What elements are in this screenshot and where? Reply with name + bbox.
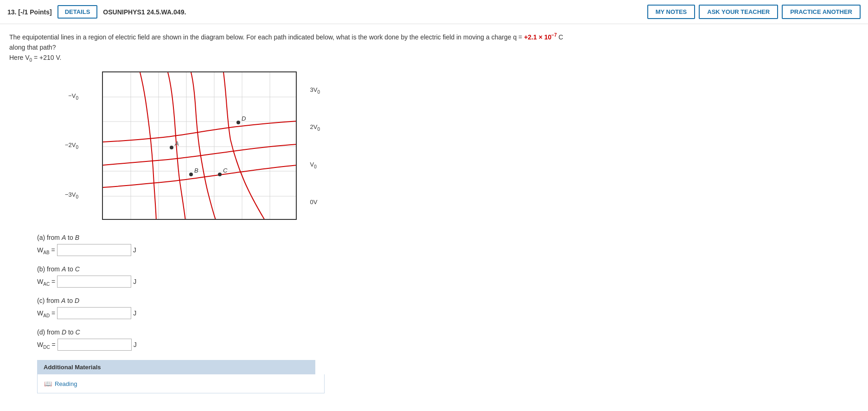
w-ad-label: WAD =: [37, 309, 55, 318]
ask-teacher-button[interactable]: ASK YOUR TEACHER: [699, 5, 778, 19]
part-a-answer-row: WAB = J: [37, 244, 859, 256]
svg-text:B: B: [194, 167, 198, 174]
diagram-svg: A B C D: [103, 72, 297, 220]
right-labels: 3V0 2V0 V0 0V: [310, 71, 320, 220]
svg-text:D: D: [242, 115, 246, 122]
additional-materials-header: Additional Materials: [37, 360, 315, 374]
label-neg-2v0: −2V0: [65, 141, 78, 150]
left-labels: −V0 −2V0 −3V0: [65, 71, 78, 220]
book-icon: 📖: [44, 380, 52, 387]
practice-another-button[interactable]: PRACTICE ANOTHER: [782, 5, 861, 19]
point-a: [170, 146, 173, 149]
w-dc-input[interactable]: [57, 339, 132, 351]
question-number: 13. [-/1 Points]: [7, 8, 52, 16]
diagram-section: −V0 −2V0 −3V0 3V0 2V0 V0 0V: [102, 71, 297, 220]
v0-text: Here V0 = +210 V.: [9, 54, 61, 61]
w-ac-unit: J: [133, 278, 136, 285]
point-b: [189, 173, 193, 176]
additional-materials-section: Additional Materials 📖 Reading: [37, 360, 325, 393]
point-c: [218, 173, 222, 176]
diagram-svg-wrapper: A B C D: [102, 71, 297, 220]
part-c-answer-row: WAD = J: [37, 307, 859, 319]
label-neg-v0: −V0: [68, 92, 78, 101]
w-dc-unit: J: [134, 341, 137, 348]
point-d: [236, 121, 240, 124]
additional-materials-title: Additional Materials: [44, 364, 101, 371]
header-bar: 13. [-/1 Points] DETAILS OSUNIPHYS1 24.5…: [0, 0, 868, 24]
problem-text: The equipotential lines in a region of e…: [9, 32, 566, 64]
part-b-group: (b) from A to C WAC = J: [37, 265, 859, 288]
w-ac-label: WAC =: [37, 278, 55, 287]
svg-text:C: C: [223, 167, 228, 174]
my-notes-button[interactable]: MY NOTES: [647, 5, 696, 19]
content-area: The equipotential lines in a region of e…: [0, 24, 868, 401]
parts-section: (a) from A to B WAB = J (b) from A to C …: [37, 234, 859, 351]
part-c-group: (c) from A to D WAD = J: [37, 297, 859, 319]
part-d-label: (d) from D to C: [37, 328, 859, 336]
charge-value: +2.1: [524, 33, 537, 41]
label-neg-3v0: −3V0: [65, 191, 78, 199]
w-ab-label: WAB =: [37, 246, 55, 255]
label-3v0: 3V0: [310, 86, 320, 95]
part-b-answer-row: WAC = J: [37, 276, 859, 288]
w-ad-input[interactable]: [57, 307, 131, 319]
w-ac-input[interactable]: [57, 276, 131, 288]
w-ab-input[interactable]: [57, 244, 131, 256]
reading-link[interactable]: 📖 Reading: [38, 376, 324, 391]
part-b-label: (b) from A to C: [37, 265, 859, 273]
times-symbol: × 10−7: [537, 33, 557, 41]
w-dc-label: WDC =: [37, 341, 56, 350]
part-a-label: (a) from A to B: [37, 234, 859, 241]
details-button[interactable]: DETAILS: [57, 5, 98, 19]
part-c-label: (c) from A to D: [37, 297, 859, 304]
label-0v: 0V: [310, 199, 318, 206]
w-ad-unit: J: [133, 309, 136, 317]
problem-text-before: The equipotential lines in a region of e…: [9, 33, 524, 41]
part-d-group: (d) from D to C WDC = J: [37, 328, 859, 351]
part-a-group: (a) from A to B WAB = J: [37, 234, 859, 256]
problem-code: OSUNIPHYS1 24.5.WA.049.: [103, 8, 641, 16]
reading-link-text: Reading: [55, 380, 77, 387]
svg-text:A: A: [174, 140, 179, 147]
w-ab-unit: J: [133, 246, 136, 254]
label-v0: V0: [310, 161, 317, 169]
label-2v0: 2V0: [310, 123, 320, 132]
additional-materials-body: 📖 Reading: [37, 374, 325, 393]
part-d-answer-row: WDC = J: [37, 339, 859, 351]
header-actions: MY NOTES ASK YOUR TEACHER PRACTICE ANOTH…: [647, 5, 861, 19]
